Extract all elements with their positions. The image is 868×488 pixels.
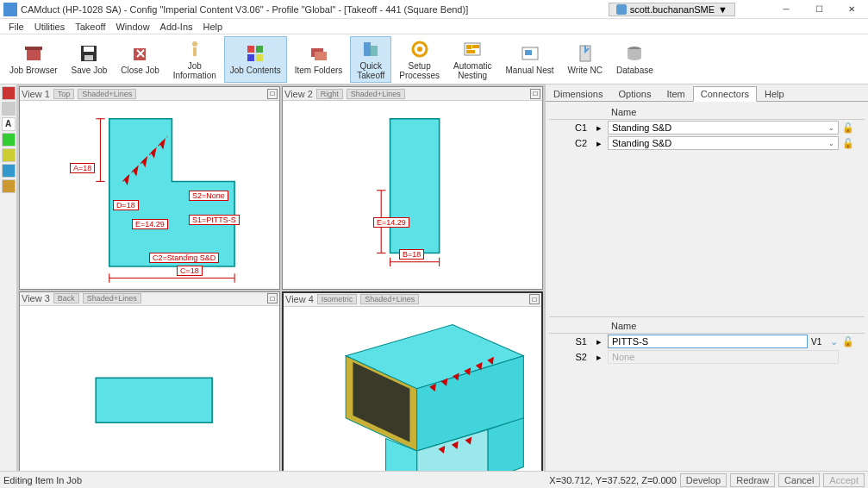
tool-manual-nest[interactable]: Manual Nest [499,36,559,83]
view3-mode1[interactable]: Back [53,293,79,303]
tool-close-job[interactable]: Close Job [115,36,165,83]
title-bar: CAMduct (HP-1028 SA) - Config "Imperial … [0,0,868,19]
view4-mode1[interactable]: Isometric [317,294,358,304]
menu-file[interactable]: File [3,20,29,34]
folders-icon [309,43,329,64]
menu-takeoff[interactable]: Takeoff [70,20,110,34]
dim-e2: E=14.29 [373,217,409,228]
svg-rect-14 [364,42,371,56]
viewport-4[interactable]: View 4 Isometric Shaded+Lines □ [282,291,543,471]
seam-s1-dropdown[interactable]: ⌄ [827,335,839,348]
seam-row-s1: S1 ▸ V1 ⌄ 🔓 [549,334,865,349]
view1-mode2[interactable]: Shaded+Lines [78,89,136,99]
minimize-button[interactable]: ─ [770,0,802,19]
dim-b: B=18 [399,249,424,260]
menu-addins[interactable]: Add-Ins [155,20,198,34]
tool-write-nc[interactable]: Write NC [562,36,609,83]
svg-rect-20 [472,45,479,48]
status-cancel[interactable]: Cancel [778,473,820,487]
tab-dimensions[interactable]: Dimensions [546,86,610,101]
lock-icon[interactable]: 🔓 [842,122,854,133]
dim-s2: S2=None [189,191,228,201]
maximize-button[interactable]: ☐ [802,0,835,19]
nesting-icon [462,39,483,59]
seam-s2-value[interactable]: None [608,350,839,364]
svg-rect-40 [96,378,212,422]
svg-rect-10 [247,54,254,61]
viewport-4-maximize[interactable]: □ [529,294,540,304]
left-tool-3[interactable] [2,133,16,147]
tool-item-folders[interactable]: Item Folders [289,36,349,83]
tool-save-job[interactable]: Save Job [66,36,114,83]
tool-job-browser[interactable]: Job Browser [3,36,64,83]
tab-help[interactable]: Help [757,86,792,101]
view2-drawing [283,101,542,289]
status-accept[interactable]: Accept [823,473,865,487]
save-icon [78,43,99,64]
view2-mode2[interactable]: Shaded+Lines [347,89,405,99]
svg-point-6 [192,41,197,47]
tab-item[interactable]: Item [659,86,692,101]
close-button[interactable]: ✕ [835,0,868,19]
close-job-icon [130,43,151,64]
conn-c2-select[interactable]: Standing S&D ⌄ [608,136,839,150]
tool-setup-processes[interactable]: Setup Processes [393,36,446,83]
left-tool-1[interactable] [2,86,16,100]
seam-s2-expand[interactable]: ▸ [590,351,608,364]
menu-help[interactable]: Help [198,20,228,34]
lock-icon[interactable]: 🔓 [842,336,854,347]
svg-rect-13 [315,52,327,60]
svg-rect-7 [193,47,197,56]
tool-database[interactable]: Database [610,36,659,83]
seam-s1-input[interactable] [608,335,808,348]
view4-mode2[interactable]: Shaded+Lines [360,294,419,304]
right-panel-tabs: Dimensions Options Item Connectors Help [546,84,868,102]
left-tool-5[interactable] [2,164,16,178]
lock-icon[interactable]: 🔓 [842,138,854,148]
dim-c: C=18 [177,266,203,276]
connector-row-c1: C1 ▸ Standing S&D ⌄ 🔓 [549,120,865,135]
tool-job-info[interactable]: Job Information [167,36,222,83]
viewport-2-canvas[interactable]: E=14.29 B=18 [283,101,542,289]
status-redraw[interactable]: Redraw [730,473,775,487]
chevron-down-icon: ▼ [718,4,727,15]
tab-options[interactable]: Options [610,86,659,101]
user-dropdown[interactable]: scott.buchananSME ▼ [609,3,735,16]
main-area: A View 1 Top Shaded+Lines □ [0,84,868,471]
viewport-3-canvas[interactable] [20,306,279,471]
view1-mode1[interactable]: Top [53,89,75,99]
left-tool-2[interactable] [2,102,16,116]
tab-connectors[interactable]: Connectors [693,86,757,102]
viewport-3-maximize[interactable]: □ [267,293,278,303]
viewport-2[interactable]: View 2 Right Shaded+Lines □ E=14.29 B=18 [282,86,543,290]
viewport-4-header: View 4 Isometric Shaded+Lines □ [284,293,541,307]
conn-header-name: Name [608,105,839,119]
status-bar: Editing Item In Job X=30.712, Y=37.522, … [0,471,868,488]
viewport-1-maximize[interactable]: □ [267,89,278,99]
menu-utilities[interactable]: Utilities [29,20,70,34]
seam-s1-suffix: V1 [808,336,827,347]
conn-c2-expand[interactable]: ▸ [590,137,608,150]
tool-auto-nesting[interactable]: Automatic Nesting [447,36,497,83]
left-tool-4[interactable] [2,148,16,162]
conn-c2-label: C2 [549,137,590,149]
tool-job-contents[interactable]: Job Contents [224,36,287,83]
left-tool-6[interactable] [2,179,16,193]
view3-mode2[interactable]: Shaded+Lines [83,293,141,303]
seam-s1-expand[interactable]: ▸ [590,335,608,348]
right-panel-body: Name C1 ▸ Standing S&D ⌄ 🔓 C2 ▸ S [546,102,868,471]
conn-c1-select[interactable]: Standing S&D ⌄ [608,121,839,135]
conn-c1-expand[interactable]: ▸ [590,122,608,135]
viewport-1-canvas[interactable]: A=18 D=18 E=14.29 S2=None S1=PITTS-S C2=… [20,101,279,289]
left-tool-text[interactable]: A [2,117,16,131]
viewport-2-maximize[interactable]: □ [530,89,540,99]
tool-quick-takeoff[interactable]: Quick Takeoff [350,36,391,83]
dim-d: D=18 [113,200,139,210]
svg-rect-15 [371,46,378,56]
viewport-4-canvas[interactable] [284,307,541,471]
menu-window[interactable]: Window [110,20,154,34]
status-develop[interactable]: Develop [680,473,727,487]
view2-mode1[interactable]: Right [316,89,343,99]
viewport-3[interactable]: View 3 Back Shaded+Lines □ [19,291,280,471]
viewport-1[interactable]: View 1 Top Shaded+Lines □ A=18 [19,86,280,290]
